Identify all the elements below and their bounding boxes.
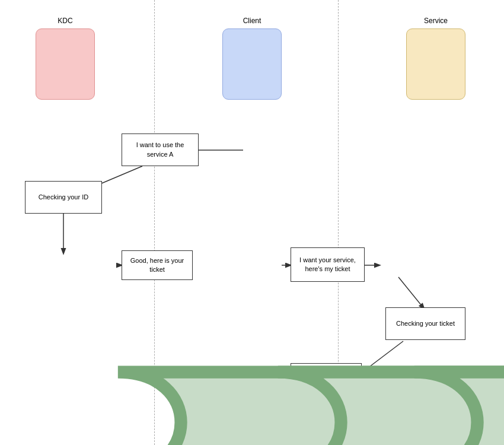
checking-ticket-box: Checking your ticket — [385, 307, 465, 340]
ticket-shape-1 — [76, 250, 111, 274]
want-service-box: I want to use the service A — [122, 134, 199, 166]
want-service-ticket-box: I want your service, here's my ticket — [291, 247, 365, 282]
svg-line-7 — [362, 341, 403, 373]
kdc-actor — [36, 28, 95, 100]
service-actor — [406, 28, 465, 100]
ticket-shape-2 — [236, 250, 272, 274]
good-service-box: Good, here's my service — [291, 363, 362, 393]
good-ticket-box: Good, here is your ticket — [122, 250, 193, 280]
ticket-shape-3 — [372, 250, 408, 274]
service-label: Service — [406, 17, 465, 25]
svg-line-6 — [398, 277, 424, 309]
kdc-label: KDC — [36, 17, 95, 25]
dashed-line-1 — [154, 0, 155, 445]
diagram: KDC Client Service I want to use the ser… — [0, 0, 504, 445]
client-label: Client — [222, 17, 282, 25]
client-actor — [222, 28, 282, 100]
checking-id-box: Checking your ID — [25, 181, 102, 214]
